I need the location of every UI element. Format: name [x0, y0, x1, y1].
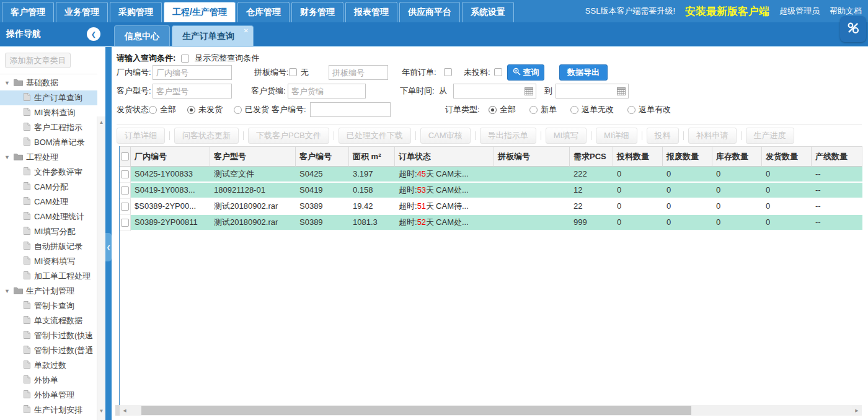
calendar-icon[interactable] [617, 87, 626, 95]
order-date-from-input[interactable] [454, 84, 525, 98]
radio-option[interactable]: 未发货 [187, 102, 223, 118]
toolbar-button[interactable]: 已处理文件下载 [339, 128, 411, 144]
scrollbar-track[interactable] [130, 405, 852, 416]
nav-tab[interactable]: 系统设置 [462, 2, 514, 22]
nav-tab[interactable]: 客户管理 [2, 2, 54, 22]
select-all-checkbox[interactable] [121, 152, 129, 160]
horizontal-scrollbar[interactable]: ◀ ▶ [115, 405, 862, 416]
radio-icon[interactable] [489, 106, 497, 114]
tree-item[interactable]: MI资料查询 [0, 105, 97, 120]
row-checkbox[interactable] [121, 170, 129, 178]
tree-item[interactable]: 管制卡查询 [0, 299, 97, 313]
column-header[interactable]: 库存数量 [712, 146, 762, 167]
column-header[interactable]: 面积 m² [349, 146, 395, 167]
radio-icon[interactable] [149, 106, 157, 114]
scroll-up-icon[interactable]: ▲ [97, 119, 105, 126]
factory-no-input[interactable] [153, 65, 232, 80]
scroll-left-icon[interactable]: ◀ [120, 405, 130, 416]
add-category-button[interactable]: 添加新文章类目 [5, 53, 71, 68]
show-full-conditions-checkbox[interactable] [181, 55, 189, 63]
toolbar-button[interactable]: 订单详细 [117, 128, 165, 144]
toolbar-button[interactable]: MI详细 [596, 128, 637, 144]
service-float-button[interactable] [840, 16, 866, 42]
sidebar-collapse-button[interactable]: ❮ [87, 27, 100, 41]
workspace-tab[interactable]: 生产订单查询 ✕ [172, 25, 254, 46]
column-header[interactable]: 厂内编号 [131, 146, 210, 167]
tree-folder[interactable]: ▼ 基础数据 [0, 76, 97, 90]
scrollbar-thumb[interactable] [141, 406, 691, 415]
tree-item[interactable]: CAM处理 [0, 195, 97, 209]
column-header[interactable]: 发货数量 [762, 146, 812, 167]
calendar-icon[interactable] [525, 87, 533, 95]
toolbar-button[interactable]: MI填写 [546, 128, 587, 144]
radio-icon[interactable] [234, 106, 242, 114]
tree-item[interactable]: MI填写分配 [0, 224, 97, 239]
column-header[interactable]: 投料数量 [613, 146, 663, 167]
nav-tab[interactable]: 财务管理 [291, 2, 343, 22]
panel-none-checkbox[interactable] [289, 68, 297, 76]
tree-item[interactable]: 自动拼版记录 [0, 239, 97, 254]
not-fed-checkbox[interactable] [494, 68, 502, 76]
radio-option[interactable]: 返单无改 [570, 102, 614, 118]
tree-item[interactable]: 生产命书查询 [0, 418, 97, 420]
column-header[interactable]: 客户型号 [210, 146, 296, 167]
splitter-collapse-handle[interactable]: ❮ [105, 233, 112, 261]
tree-item[interactable]: 生产计划安排 [0, 403, 97, 418]
workspace-tab[interactable]: 信息中心 ✕ [114, 25, 170, 46]
tree-item[interactable]: 管制卡过数(快速 [0, 328, 97, 343]
radio-icon[interactable] [627, 106, 636, 114]
row-checkbox[interactable] [121, 219, 129, 227]
tree-folder[interactable]: ▼ 生产计划管理 [0, 284, 97, 299]
export-button[interactable]: 数据导出 [559, 64, 608, 81]
table-row[interactable]: $S0389-2YP00... 测试20180902.rar S0389 19.… [120, 199, 862, 215]
radio-icon[interactable] [187, 106, 195, 114]
toolbar-button[interactable]: 问客状态更新 [174, 128, 239, 144]
tree-item[interactable]: 加工单工程处理 [0, 269, 97, 284]
radio-option[interactable]: 新单 [529, 102, 557, 118]
help-doc-link[interactable]: 帮助文档 [830, 6, 862, 17]
nav-tab[interactable]: 业务管理 [56, 2, 108, 22]
tree-item[interactable]: 单款过数 [0, 358, 97, 373]
close-icon[interactable]: ✕ [244, 27, 249, 35]
tree-item[interactable]: 客户工程指示 [0, 120, 97, 135]
column-header[interactable]: 客户编号 [296, 146, 349, 167]
customer-model-input[interactable] [153, 84, 232, 98]
tree-item[interactable]: MI资料填写 [0, 254, 97, 269]
sidebar-splitter[interactable]: ❮ [105, 47, 112, 420]
radio-option[interactable]: 全部 [489, 102, 516, 118]
radio-option[interactable]: 返单有改 [627, 102, 671, 118]
tree-item[interactable]: 生产订单查询 [0, 90, 97, 105]
nav-tab[interactable]: 供应商平台 [399, 2, 460, 22]
column-header[interactable]: 订单状态 [395, 146, 494, 167]
pre-year-order-checkbox[interactable] [444, 68, 452, 76]
current-user[interactable]: 超级管理员 [779, 6, 820, 17]
tree-item[interactable]: 文件参数评审 [0, 165, 97, 180]
tree-item[interactable]: 单支流程数据 [0, 313, 97, 328]
scroll-down-icon[interactable]: ▼ [97, 408, 105, 415]
tree-item[interactable]: CAM处理统计 [0, 209, 97, 224]
tree-folder[interactable]: ▼ 工程处理 [0, 150, 97, 165]
toolbar-button[interactable]: 补料申请 [688, 128, 737, 144]
table-row[interactable]: S0425-1Y00833 测试空文件 S0425 3.197 超时:45天CA… [120, 167, 862, 183]
table-row[interactable]: S0419-1Y0083... 180921128-01 S0419 0.158… [120, 183, 862, 199]
select-all-header[interactable] [120, 146, 131, 167]
column-header[interactable]: 产线数量 [812, 146, 862, 167]
tree-item[interactable]: 外协单 [0, 373, 97, 388]
toolbar-button[interactable]: 投料 [647, 128, 679, 144]
toolbar-button[interactable]: 下载客户PCB文件 [248, 128, 329, 144]
radio-option[interactable]: 全部 [149, 102, 176, 118]
toolbar-button[interactable]: 生产进度 [746, 128, 794, 144]
search-button[interactable]: 查询 [507, 64, 544, 81]
panel-no-input[interactable] [329, 65, 388, 80]
tree-item[interactable]: BOM清单记录 [0, 135, 97, 150]
radio-icon[interactable] [529, 106, 538, 114]
tree-item[interactable]: 外协单管理 [0, 388, 97, 403]
order-date-to-input[interactable] [556, 84, 617, 98]
nav-tab[interactable]: 报表管理 [345, 2, 397, 22]
table-row[interactable]: S0389-2YP00811 测试20180902.rar S0389 1081… [120, 215, 862, 231]
column-header[interactable]: 拼板编号 [494, 146, 570, 167]
install-client-link[interactable]: 安装最新版客户端 [685, 4, 769, 19]
nav-tab[interactable]: 工程/生产管理 [164, 2, 236, 22]
nav-tab[interactable]: 采购管理 [110, 2, 162, 22]
toolbar-button[interactable]: CAM审核 [420, 128, 471, 144]
